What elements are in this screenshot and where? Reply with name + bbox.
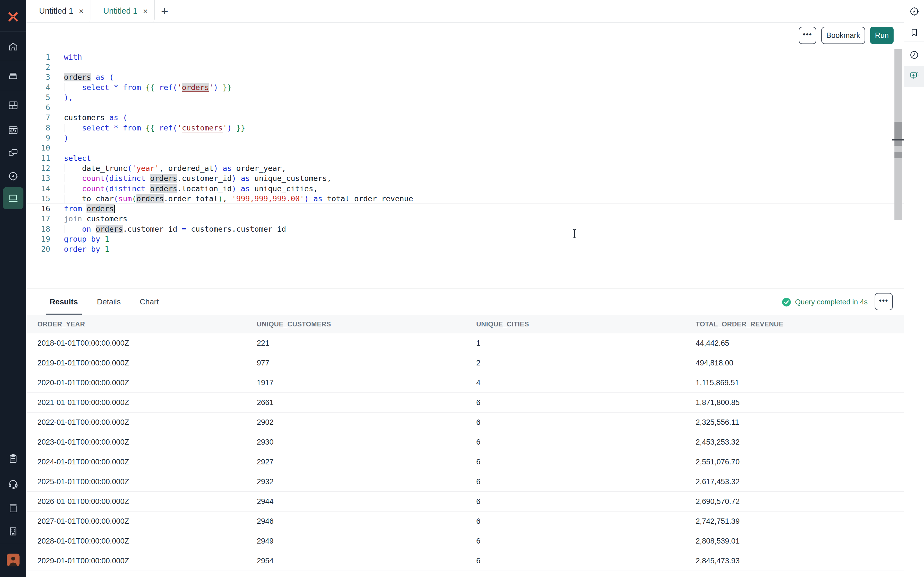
table-row: 2027-01-01T00:00:00.000Z294662,742,751.3… [26, 511, 904, 531]
sql-code-editor[interactable]: 1with23orders as (4select * from {{ ref(… [26, 48, 904, 288]
code-line-11[interactable]: 11select [26, 153, 904, 163]
sidebar-item-building-icon[interactable] [0, 526, 26, 537]
line-number: 3 [26, 73, 50, 81]
tool-clock-history-icon[interactable] [904, 49, 924, 61]
table-cell: 2018-01-01T00:00:00.000Z [26, 339, 246, 348]
column-header-unique_cities[interactable]: UNIQUE_CITIES [465, 320, 685, 328]
table-cell: 221 [246, 339, 465, 348]
code-text: count(distinct orders.customer_id) as un… [64, 174, 331, 182]
right-utility-rail [904, 0, 924, 577]
code-line-16[interactable]: 16from orders [26, 203, 904, 214]
table-cell: 2 [465, 359, 685, 367]
more-options-button[interactable]: ••• [799, 27, 816, 44]
table-cell: 2027-01-01T00:00:00.000Z [26, 517, 246, 526]
code-line-8[interactable]: 8select * from {{ ref('customers') }} [26, 122, 904, 133]
sidebar-item-windows-icon[interactable] [0, 147, 26, 158]
code-text: orders as ( [64, 73, 114, 81]
code-line-15[interactable]: 15to_char(sum(orders.order_total), '999,… [26, 193, 904, 203]
line-number: 2 [26, 63, 50, 71]
results-more-options-button[interactable]: ••• [875, 293, 893, 310]
code-line-3[interactable]: 3orders as ( [26, 72, 904, 82]
tool-chat-sparkle-icon[interactable] [904, 70, 924, 81]
table-cell: 2,742,751.39 [685, 517, 904, 526]
tool-compass-icon[interactable] [904, 6, 924, 17]
sidebar-item-drawer-icon[interactable] [0, 70, 26, 81]
code-line-4[interactable]: 4select * from {{ ref('orders') }} [26, 82, 904, 92]
line-number: 9 [26, 134, 50, 142]
code-text: date_trunc('year', ordered_at) as order_… [64, 164, 286, 172]
table-cell: 6 [465, 517, 685, 526]
line-number: 14 [26, 184, 50, 193]
code-line-5[interactable]: 5), [26, 92, 904, 102]
sidebar-item-clipboard-icon[interactable] [0, 453, 26, 464]
tab-chart[interactable]: Chart [136, 289, 163, 315]
code-line-17[interactable]: 17join customers [26, 214, 904, 224]
line-number: 7 [26, 113, 50, 122]
tool-bookmark-icon[interactable] [904, 27, 924, 38]
code-line-6[interactable]: 6 [26, 102, 904, 112]
scrollbar-cursor-marker [892, 139, 904, 140]
table-cell: 2,551,076.70 [685, 458, 904, 466]
divider [904, 20, 924, 20]
line-number: 1 [26, 53, 50, 61]
code-text: with [64, 53, 82, 61]
sidebar-item-dashboard-grid-icon[interactable] [0, 100, 26, 111]
table-cell: 6 [465, 477, 685, 486]
table-row: 2029-01-01T00:00:00.000Z295462,845,473.9… [26, 551, 904, 571]
line-number: 16 [26, 204, 50, 213]
scrollbar-thumb[interactable] [895, 122, 902, 146]
table-cell: 2023-01-01T00:00:00.000Z [26, 438, 246, 446]
sidebar-item-compass-icon[interactable] [0, 171, 26, 182]
line-number: 12 [26, 164, 50, 172]
results-table-header: ORDER_YEARUNIQUE_CUSTOMERSUNIQUE_CITIEST… [26, 315, 904, 334]
table-cell: 2,325,556.11 [685, 418, 904, 427]
code-line-12[interactable]: 12date_trunc('year', ordered_at) as orde… [26, 163, 904, 173]
sidebar-item-headset-icon[interactable] [0, 478, 26, 490]
column-header-total_order_revenue[interactable]: TOTAL_ORDER_REVENUE [685, 320, 904, 328]
main-content: Untitled 1×Untitled 1×+ ••• Bookmark Run… [26, 0, 904, 577]
sidebar-item-active-notebook[interactable] [3, 187, 23, 210]
column-header-order_year[interactable]: ORDER_YEAR [26, 320, 246, 328]
document-tab-2[interactable]: Untitled 1× [90, 0, 155, 22]
document-tab-label: Untitled 1 [103, 6, 137, 16]
text-cursor [572, 229, 577, 239]
run-button[interactable]: Run [870, 27, 893, 44]
code-line-19[interactable]: 19group by 1 [26, 234, 904, 244]
table-cell: 2930 [246, 438, 465, 446]
code-line-10[interactable]: 10 [26, 143, 904, 153]
sidebar-item-code-window-icon[interactable] [0, 125, 26, 136]
user-avatar[interactable] [7, 554, 19, 566]
cell-toolbar: ••• Bookmark Run [26, 23, 904, 48]
code-line-18[interactable]: 18on orders.customer_id = customers.cust… [26, 224, 904, 234]
column-header-unique_customers[interactable]: UNIQUE_CUSTOMERS [246, 320, 465, 328]
tab-results[interactable]: Results [46, 289, 82, 315]
bookmark-button[interactable]: Bookmark [821, 27, 865, 44]
app-logo-icon[interactable] [6, 10, 20, 23]
table-row: 2020-01-01T00:00:00.000Z191741,115,869.5… [26, 373, 904, 393]
close-icon[interactable]: × [79, 6, 84, 16]
code-line-14[interactable]: 14count(distinct orders.location_id) as … [26, 184, 904, 193]
code-line-13[interactable]: 13count(distinct orders.customer_id) as … [26, 173, 904, 184]
table-cell: 4 [465, 379, 685, 387]
table-cell: 2,617,453.32 [685, 477, 904, 486]
table-cell: 1,871,800.85 [685, 398, 904, 407]
editor-scrollbar[interactable] [895, 49, 902, 220]
code-text: select * from {{ ref('orders') }} [64, 83, 232, 92]
table-cell: 2020-01-01T00:00:00.000Z [26, 379, 246, 387]
new-tab-button[interactable]: + [155, 0, 174, 22]
close-icon[interactable]: × [143, 6, 148, 16]
sidebar-item-home-icon[interactable] [0, 41, 26, 52]
sidebar-item-book-icon[interactable] [0, 503, 26, 514]
code-line-1[interactable]: 1with [26, 52, 904, 62]
code-line-20[interactable]: 20order by 1 [26, 244, 904, 254]
table-row: 2018-01-01T00:00:00.000Z221144,442.65 [26, 334, 904, 353]
tab-details[interactable]: Details [93, 289, 125, 315]
code-line-7[interactable]: 7customers as ( [26, 113, 904, 122]
table-cell: 2927 [246, 458, 465, 466]
code-line-2[interactable]: 2 [26, 62, 904, 72]
table-row: 2023-01-01T00:00:00.000Z293062,453,253.3… [26, 432, 904, 452]
table-cell: 2022-01-01T00:00:00.000Z [26, 418, 246, 427]
code-line-9[interactable]: 9) [26, 133, 904, 143]
check-circle-icon [782, 297, 791, 307]
document-tab-1[interactable]: Untitled 1× [26, 0, 90, 22]
